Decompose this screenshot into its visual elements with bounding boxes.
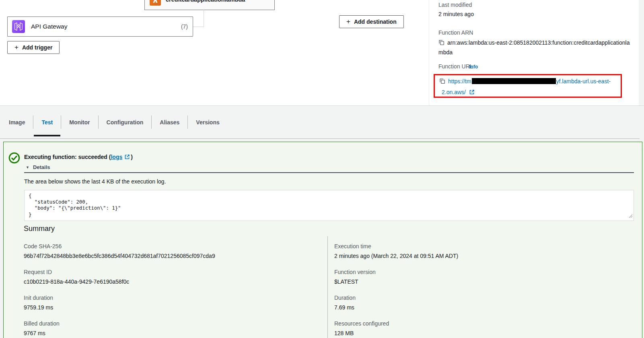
function-url-link[interactable]: https://tmyf.lambda-url.us-east- [448, 78, 611, 84]
add-trigger-label: Add trigger [22, 44, 52, 51]
tab-label: Image [9, 119, 25, 126]
field-value: 128 MB [334, 330, 616, 336]
function-arn-label: Function ARN [438, 29, 473, 36]
execution-log-text: { "statusCode": 200, "body": "{\"predict… [29, 193, 630, 218]
field-value: $LATEST [334, 278, 616, 285]
connector-line-vertical [204, 9, 204, 27]
connector-line-horizontal [193, 27, 204, 27]
field-label: Duration [334, 295, 616, 301]
tab-label: Aliases [160, 119, 179, 126]
field-value: c10b0219-818a-440a-9429-7e6190a58f0c [24, 278, 305, 285]
panel-divider [429, 0, 429, 105]
url-prefix: https://tm [448, 78, 471, 84]
function-overview-card: λ creditcardapplicationlambda API Gatewa… [0, 0, 639, 105]
function-arn-text: arn:aws:lambda:us-east-2:085182002113:fu… [438, 39, 630, 56]
trigger-count-badge: (7) [181, 23, 188, 30]
details-label: Details [33, 164, 50, 170]
summary-field-init-duration: Init duration 9759.19 ms [24, 295, 305, 311]
tab-label: Versions [196, 119, 219, 126]
field-value: 9759.19 ms [24, 304, 305, 311]
last-modified-label: Last modified [438, 2, 472, 8]
field-label: Init duration [24, 295, 305, 301]
summary-field-resources-configured: Resources configured 128 MB [334, 320, 616, 336]
status-text: Executing function: succeeded ( [24, 154, 111, 160]
function-url-line2: 2.on.aws/ [442, 88, 621, 97]
lambda-function-node[interactable]: λ creditcardapplicationlambda [144, 0, 275, 10]
details-divider [24, 172, 634, 173]
summary-column-divider [327, 236, 328, 338]
redacted-url-segment [472, 78, 556, 84]
summary-field-code-sha: Code SHA-256 96b74f72b42848bb3e8e6bc5fc3… [24, 243, 305, 259]
copy-icon[interactable] [438, 40, 444, 47]
tab-image[interactable]: Image [1, 106, 33, 138]
tab-label: Configuration [107, 119, 144, 126]
field-value: 7.69 ms [334, 304, 616, 311]
tab-label: Monitor [69, 119, 90, 126]
summary-field-duration: Duration 7.69 ms [334, 295, 616, 311]
url-domain-end: 2.on.aws/ [442, 89, 466, 95]
execution-result-panel: Executing function: succeeded (logs) ▼De… [3, 142, 642, 338]
chevron-down-icon: ▼ [26, 165, 29, 169]
logs-link[interactable]: logs [111, 154, 122, 160]
lambda-glyph: λ [153, 0, 158, 4]
field-label: Function version [334, 269, 616, 275]
function-url-line1: https://tmyf.lambda-url.us-east- [439, 77, 621, 87]
api-gateway-trigger-node[interactable]: API Gateway (7) [7, 16, 193, 37]
field-value: 9767 ms [24, 330, 305, 336]
field-label: Billed duration [24, 320, 305, 327]
log-note-text: The area below shows the last 4 KB of th… [24, 178, 166, 185]
details-toggle[interactable]: ▼Details [26, 164, 50, 170]
add-destination-button[interactable]: + Add destination [339, 15, 404, 28]
tab-test[interactable]: Test [33, 106, 61, 138]
summary-field-billed-duration: Billed duration 9767 ms [24, 320, 305, 336]
function-url-link[interactable]: 2.on.aws/ [442, 89, 466, 95]
function-url-highlight-box: https://tmyf.lambda-url.us-east- 2.on.aw… [434, 74, 622, 98]
add-destination-label: Add destination [354, 19, 397, 25]
execution-log-output[interactable]: { "statusCode": 200, "body": "{\"predict… [24, 190, 634, 221]
plus-icon: + [346, 18, 350, 25]
resize-handle[interactable] [629, 212, 633, 220]
field-label: Resources configured [334, 320, 616, 327]
field-label: Execution time [334, 243, 616, 249]
function-arn-value: arn:aws:lambda:us-east-2:085182002113:fu… [438, 38, 632, 57]
field-value: 96b74f72b42848bb3e8e6bc5fc386d54f404732d… [24, 253, 305, 259]
add-trigger-button[interactable]: + Add trigger [7, 41, 60, 54]
lambda-icon: λ [150, 0, 161, 6]
api-gateway-icon [12, 20, 25, 33]
function-url-label: Function URL [438, 63, 473, 70]
field-value: 2 minutes ago (March 22, 2024 at 09:51 A… [334, 253, 616, 259]
trigger-label: API Gateway [31, 23, 67, 30]
summary-field-request-id: Request ID c10b0219-818a-440a-9429-7e619… [24, 269, 305, 285]
plus-icon: + [14, 44, 19, 51]
summary-heading: Summary [24, 225, 55, 233]
tab-versions[interactable]: Versions [188, 106, 227, 138]
execution-status-message: Executing function: succeeded (logs) [24, 154, 133, 161]
summary-field-function-version: Function version $LATEST [334, 269, 616, 285]
last-modified-value: 2 minutes ago [438, 11, 474, 17]
lambda-node-label: creditcardapplicationlambda [166, 0, 245, 3]
field-label: Code SHA-256 [24, 243, 305, 249]
field-label: Request ID [24, 269, 305, 275]
tab-label: Test [41, 119, 53, 126]
external-link-icon[interactable] [124, 154, 130, 161]
summary-field-execution-time: Execution time 2 minutes ago (March 22, … [334, 243, 616, 259]
info-link[interactable]: Info [469, 64, 478, 70]
tab-aliases[interactable]: Aliases [152, 106, 187, 138]
external-link-icon[interactable] [469, 90, 475, 96]
url-suffix: yf.lambda-url.us-east- [556, 78, 611, 84]
copy-icon[interactable] [439, 79, 445, 85]
tab-bar: Image Test Monitor Configuration Aliases… [0, 106, 640, 139]
status-text-close: ) [131, 154, 133, 160]
tab-configuration[interactable]: Configuration [99, 106, 152, 138]
success-check-icon [8, 152, 20, 165]
tab-monitor[interactable]: Monitor [61, 106, 98, 138]
